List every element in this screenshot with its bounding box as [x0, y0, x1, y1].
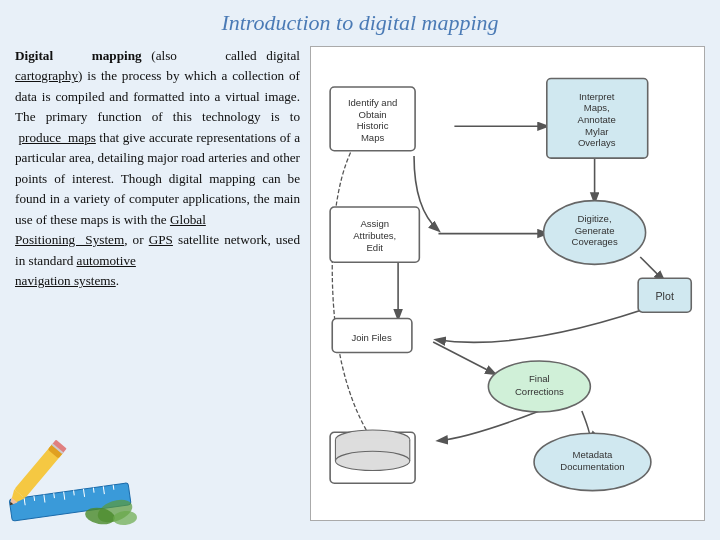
svg-line-7: [74, 490, 75, 495]
bold-digital: Digital mapping: [15, 48, 142, 63]
text-area: Digital mapping (also called digital car…: [15, 46, 300, 521]
svg-text:Metadata: Metadata: [573, 449, 613, 460]
svg-text:Edit: Edit: [367, 242, 384, 253]
svg-text:Join Files: Join Files: [351, 332, 392, 343]
link-global-positioning[interactable]: GlobalPositioning System: [15, 212, 206, 247]
svg-text:Historic: Historic: [357, 120, 389, 131]
svg-text:Coverages: Coverages: [572, 236, 618, 247]
svg-text:Generate: Generate: [575, 225, 615, 236]
svg-text:Plot: Plot: [656, 290, 674, 302]
link-automotive[interactable]: automotivenavigation systems: [15, 253, 136, 288]
svg-text:Overlays: Overlays: [578, 137, 616, 148]
page-title: Introduction to digital mapping: [15, 10, 705, 36]
content-area: Digital mapping (also called digital car…: [15, 46, 705, 521]
svg-text:Annotate: Annotate: [578, 114, 616, 125]
svg-text:Obtain: Obtain: [359, 109, 387, 120]
svg-line-5: [54, 493, 55, 498]
link-cartography[interactable]: cartography: [15, 68, 78, 83]
svg-text:Maps,: Maps,: [584, 102, 610, 113]
link-produce-maps[interactable]: produce maps: [19, 130, 96, 145]
link-gps[interactable]: GPS: [149, 232, 173, 247]
svg-line-3: [34, 496, 35, 501]
svg-text:Mylar: Mylar: [585, 126, 609, 137]
svg-text:Identify and: Identify and: [348, 97, 397, 108]
diagram-area: Identify and Obtain Historic Maps Interp…: [310, 46, 705, 521]
svg-point-54: [335, 451, 409, 470]
decorative-image: [5, 436, 145, 531]
svg-text:Digitize,: Digitize,: [578, 213, 612, 224]
svg-text:Corrections: Corrections: [515, 386, 564, 397]
svg-text:Attributes,: Attributes,: [353, 230, 396, 241]
svg-text:Final: Final: [529, 373, 550, 384]
svg-line-9: [93, 488, 94, 493]
page: Introduction to digital mapping Digital …: [0, 0, 720, 540]
svg-text:Documentation: Documentation: [560, 461, 624, 472]
svg-text:Assign: Assign: [360, 218, 389, 229]
svg-text:Interpret: Interpret: [579, 91, 615, 102]
svg-text:Maps: Maps: [361, 132, 385, 143]
svg-line-11: [113, 485, 114, 490]
